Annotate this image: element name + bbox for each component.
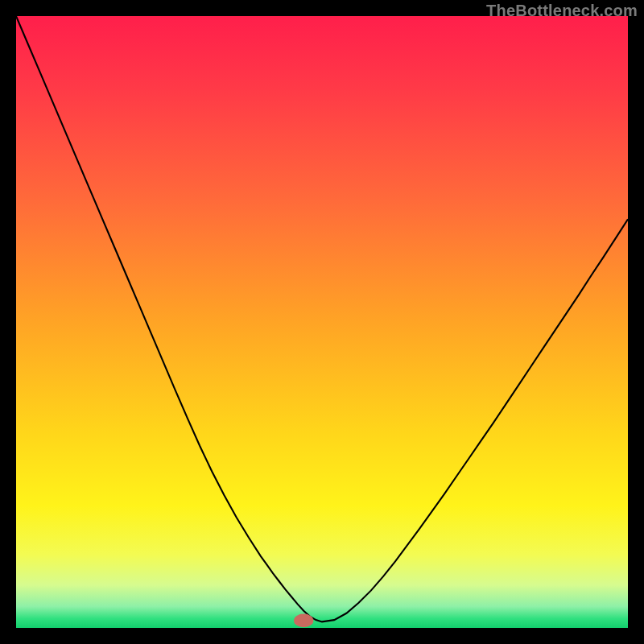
optimum-marker (294, 614, 313, 628)
chart-background (16, 16, 628, 628)
bottleneck-chart (16, 16, 628, 628)
chart-frame: TheBottleneck.com (0, 0, 644, 644)
